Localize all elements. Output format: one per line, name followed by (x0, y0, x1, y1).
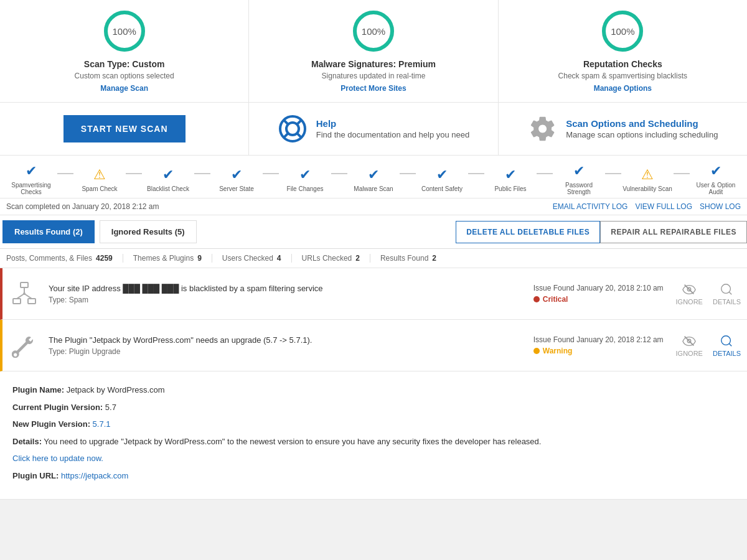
svg-line-8 (284, 121, 288, 124)
details-line: Details: You need to upgrade "Jetpack by… (12, 436, 735, 448)
malware-title: Malware Signatures: Premium (311, 59, 436, 69)
issue-type-1: Type: Spam (49, 296, 521, 304)
details-button-1[interactable]: DETAILS (713, 282, 741, 306)
svg-line-9 (297, 121, 301, 124)
new-version-link[interactable]: 5.7.1 (93, 419, 111, 429)
issue-row-2: The Plugin "Jetpack by WordPress.com" ne… (0, 320, 747, 371)
svg-line-10 (284, 133, 288, 137)
file-stats: Posts, Comments, & Files 4259 Themes & P… (0, 249, 747, 268)
scan-options-link[interactable]: Scan Options and Scheduling (566, 118, 718, 129)
issue-actions-1: IGNORE DETAILS (676, 282, 741, 306)
details-text: You need to upgrade "Jetpack by WordPres… (44, 437, 541, 446)
svg-point-25 (721, 335, 731, 345)
step-warn-icon-1: ⚠ (93, 167, 106, 183)
svg-point-21 (721, 284, 731, 293)
svg-rect-12 (21, 282, 28, 287)
issue-meta-1: Issue Found January 20, 2018 2:10 am Cri… (533, 284, 664, 304)
gear-icon (527, 114, 557, 144)
reputation-title: Reputation Checks (583, 59, 662, 69)
scan-type-desc: Custom scan options selected (75, 72, 174, 80)
step-check-icon-2: ✔ (162, 167, 174, 183)
scan-type-percent: 100% (112, 26, 136, 37)
ignore-icon-2 (682, 334, 696, 348)
step-line-2 (126, 173, 142, 174)
scan-completed-text: Scan completed on January 20, 2018 2:12 … (6, 202, 159, 211)
step-check-icon: ✔ (26, 163, 37, 179)
plugin-name-label: Plugin Name: (12, 385, 64, 394)
step-malware: ✔ Malware Scan (349, 167, 398, 192)
ignore-button-1[interactable]: IGNORE (676, 282, 703, 306)
manage-scan-link[interactable]: Manage Scan (100, 84, 148, 93)
step-label-content-safety: Content Safety (421, 185, 463, 192)
delete-all-button[interactable]: DELETE ALL DELETABLE FILES (456, 221, 600, 243)
malware-desc: Signatures updated in real-time (322, 72, 426, 80)
issue-found-1: Issue Found January 20, 2018 2:10 am (533, 284, 664, 292)
step-check-icon-8: ✔ (573, 163, 585, 179)
step-line-9 (605, 173, 621, 174)
scan-status-links: EMAIL ACTIVITY LOG VIEW FULL LOG SHOW LO… (553, 202, 741, 211)
themes-value: 9 (197, 254, 202, 263)
help-col: Help Find the documentation and help you… (249, 103, 498, 155)
step-line-1 (57, 173, 73, 174)
urls-label: URLs Checked (302, 254, 352, 263)
start-scan-col: START NEW SCAN (0, 103, 249, 155)
detail-panel: Plugin Name: Jetpack by WordPress.com Cu… (0, 371, 747, 500)
help-desc: Find the documentation and help you need (316, 130, 469, 139)
step-label-spamvertising: Spamvertising Checks (6, 182, 56, 195)
step-label-password-strength: Password Strength (554, 182, 604, 195)
scan-options-col: Scan Options and Scheduling Manage scan … (499, 103, 747, 155)
users-label: Users Checked (222, 254, 273, 263)
issue-meta-2: Issue Found January 20, 2018 2:12 am War… (533, 335, 664, 355)
step-warn-icon-2: ⚠ (641, 167, 654, 183)
step-user-option-audit: ✔ User & Option Audit (691, 163, 741, 195)
new-version-line: New Plugin Version: 5.7.1 (12, 418, 735, 431)
manage-options-link[interactable]: Manage Options (594, 84, 652, 93)
details-button-2[interactable]: DETAILS (713, 334, 741, 357)
stat-malware: 100% Malware Signatures: Premium Signatu… (249, 0, 498, 102)
start-new-scan-button[interactable]: START NEW SCAN (63, 115, 186, 142)
results-actions: DELETE ALL DELETABLE FILES REPAIR ALL RE… (456, 221, 747, 243)
issue-severity-1: Critical (533, 295, 664, 304)
warning-dot-2 (533, 348, 540, 354)
issue-icon-1 (9, 278, 40, 309)
critical-dot-1 (533, 296, 540, 302)
view-full-log-link[interactable]: VIEW FULL LOG (635, 202, 692, 211)
plugin-name-value: Jetpack by WordPress.com (67, 385, 165, 394)
severity-label-2: Warning (543, 347, 573, 355)
users-value: 4 (277, 254, 281, 263)
scan-type-circle: 100% (103, 9, 146, 53)
scan-steps: ✔ Spamvertising Checks ⚠ Spam Check ✔ Bl… (0, 156, 747, 198)
posts-label: Posts, Comments, & Files (6, 254, 92, 263)
step-label-public-files: Public Files (494, 185, 526, 192)
step-line-7 (468, 173, 484, 174)
stats-row: 100% Scan Type: Custom Custom scan optio… (0, 0, 747, 103)
show-log-link[interactable]: SHOW LOG (700, 202, 741, 211)
plugin-url-line: Plugin URL: https://jetpack.com (12, 470, 735, 482)
step-label-blacklist: Blacklist Check (147, 185, 189, 192)
step-check-icon-9: ✔ (710, 163, 721, 179)
step-line-10 (674, 173, 690, 174)
issue-icon-2 (9, 330, 40, 361)
details-label-1: DETAILS (713, 298, 741, 306)
reputation-desc: Check spam & spamvertising blacklists (558, 72, 687, 80)
step-label-malware: Malware Scan (354, 185, 393, 192)
help-link[interactable]: Help (316, 118, 469, 129)
repair-all-button[interactable]: REPAIR ALL REPAIRABLE FILES (600, 221, 747, 243)
svg-point-7 (286, 123, 299, 135)
ignore-label-2: IGNORE (676, 350, 703, 357)
results-found-label: Results Found (380, 254, 428, 263)
ignore-button-2[interactable]: IGNORE (676, 334, 703, 357)
scan-status-bar: Scan completed on January 20, 2018 2:12 … (0, 198, 747, 215)
results-found-tab[interactable]: Results Found (2) (2, 220, 95, 243)
step-check-icon-7: ✔ (505, 167, 516, 183)
current-version-label: Current Plugin Version: (12, 403, 103, 412)
email-activity-log-link[interactable]: EMAIL ACTIVITY LOG (553, 202, 628, 211)
update-now-link[interactable]: Click here to update now. (12, 454, 103, 463)
svg-line-26 (730, 343, 732, 346)
svg-line-11 (297, 133, 301, 137)
ignored-results-tab[interactable]: Ignored Results (5) (100, 220, 197, 243)
protect-more-link[interactable]: Protect More Sites (341, 84, 406, 93)
plugin-url-link[interactable]: https://jetpack.com (61, 471, 128, 480)
issue-row-1: Your site IP address ███ ███ ███ is blac… (0, 268, 747, 320)
step-label-file-changes: File Changes (287, 185, 324, 192)
